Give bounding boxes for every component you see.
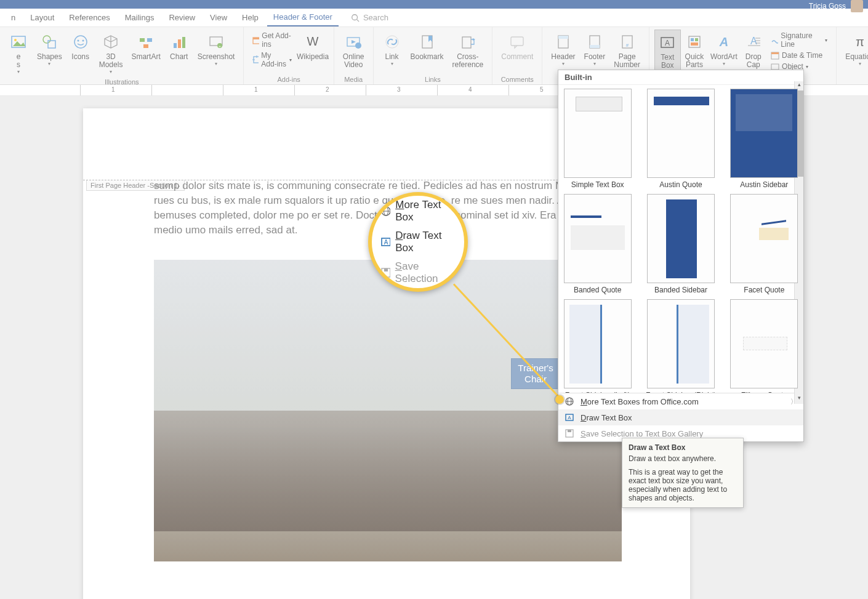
svg-point-0 bbox=[352, 14, 358, 20]
svg-text:A: A bbox=[665, 39, 670, 47]
svg-rect-38 bbox=[695, 38, 698, 41]
svg-rect-57 bbox=[568, 430, 571, 432]
magnifier-lens: More Text Box ADraw Text Box Save Select… bbox=[368, 192, 468, 292]
svg-rect-37 bbox=[691, 38, 694, 41]
svg-point-6 bbox=[74, 36, 87, 48]
cube-icon bbox=[101, 32, 121, 52]
svg-rect-13 bbox=[178, 39, 181, 48]
bookmark-icon bbox=[417, 32, 437, 52]
draw-textbox-icon: A bbox=[380, 236, 390, 247]
chart-button[interactable]: Chart bbox=[166, 30, 193, 77]
gallery-filigree-quote[interactable]: Filigree Quote bbox=[729, 299, 800, 393]
avatar[interactable] bbox=[851, 0, 863, 12]
svg-rect-39 bbox=[691, 42, 698, 46]
svg-text:A: A bbox=[719, 35, 728, 49]
calendar-icon bbox=[771, 51, 779, 60]
crossref-button[interactable]: Cross-reference bbox=[449, 30, 488, 74]
shapes-button[interactable]: Shapes▾ bbox=[33, 30, 66, 77]
tab-references[interactable]: References bbox=[63, 9, 116, 26]
svg-point-3 bbox=[14, 39, 17, 41]
shapes-icon bbox=[39, 32, 59, 52]
save-icon bbox=[565, 428, 574, 438]
tab-mailings[interactable]: Mailings bbox=[119, 9, 161, 26]
bookmark-button[interactable]: Bookmark bbox=[407, 30, 448, 74]
svg-text:#: # bbox=[625, 42, 629, 48]
gallery-facet-sidebar-left[interactable]: Facet Sidebar (Left) bbox=[562, 299, 633, 393]
svg-rect-12 bbox=[174, 43, 177, 48]
globe-icon bbox=[565, 396, 574, 406]
my-addins-button[interactable]: My Add-ins▾ bbox=[251, 50, 293, 69]
svg-rect-9 bbox=[140, 38, 145, 42]
svg-point-23 bbox=[355, 42, 361, 49]
textbox-gallery: Built-in ▴ ▾ Simple Text Box Austin Quot… bbox=[558, 70, 804, 442]
gallery-banded-sidebar[interactable]: Banded Sidebar bbox=[645, 194, 716, 294]
svg-text:π: π bbox=[856, 35, 864, 49]
gallery-body: Simple Text Box Austin Quote Austin Side… bbox=[558, 85, 803, 393]
document-image[interactable] bbox=[154, 260, 622, 561]
search-icon bbox=[351, 14, 360, 22]
tab-partial[interactable]: n bbox=[5, 9, 22, 26]
svg-text:A: A bbox=[384, 239, 388, 246]
textbox-icon: A bbox=[657, 33, 677, 52]
tab-review[interactable]: Review bbox=[163, 9, 201, 26]
comment-button[interactable]: Comment bbox=[497, 30, 537, 74]
models-button[interactable]: 3DModels▾ bbox=[95, 30, 127, 77]
screenshot-icon: + bbox=[206, 32, 226, 52]
icons-button[interactable]: Icons bbox=[67, 30, 94, 77]
gallery-facet-quote[interactable]: Facet Quote bbox=[729, 194, 800, 294]
dropcap-icon: A bbox=[744, 32, 763, 52]
tab-view[interactable]: View bbox=[204, 9, 233, 26]
magnifier: More Text Box ADraw Text Box Save Select… bbox=[368, 192, 468, 292]
gallery-simple-text-box[interactable]: Simple Text Box bbox=[562, 89, 633, 189]
signature-button[interactable]: Signature Line▾ bbox=[770, 31, 829, 49]
scrollbar-down[interactable]: ▾ bbox=[795, 395, 803, 404]
pictures-button-partial[interactable]: es▾ bbox=[5, 30, 32, 77]
svg-point-7 bbox=[77, 40, 79, 42]
group-label-links: Links bbox=[425, 74, 441, 84]
tab-layout[interactable]: Layout bbox=[24, 9, 60, 26]
draw-textbox-button[interactable]: A Draw Text Box bbox=[558, 409, 803, 425]
more-textboxes-button[interactable]: More Text Boxes from Office.com 〉 bbox=[558, 393, 803, 409]
group-illustrations: es▾ Shapes▾ Icons 3DModels▾ SmartArt Cha… bbox=[0, 27, 244, 84]
gallery-banded-quote[interactable]: Banded Quote bbox=[562, 194, 633, 294]
equation-button[interactable]: πEquation▾ bbox=[842, 30, 868, 74]
signature-icon bbox=[771, 36, 778, 44]
gallery-austin-sidebar[interactable]: Austin Sidebar bbox=[729, 89, 800, 189]
online-video-button[interactable]: OnlineVideo bbox=[339, 30, 368, 74]
search-box[interactable]: Search bbox=[351, 13, 388, 22]
svg-rect-47 bbox=[771, 52, 779, 54]
draw-textbox-icon: A bbox=[565, 412, 574, 422]
datetime-button[interactable]: Date & Time bbox=[770, 50, 829, 60]
svg-point-4 bbox=[43, 36, 50, 43]
mag-more: More Text Box bbox=[372, 196, 464, 227]
tab-help[interactable]: Help bbox=[236, 9, 265, 26]
gallery-austin-quote[interactable]: Austin Quote bbox=[645, 89, 716, 189]
svg-point-8 bbox=[82, 40, 84, 42]
tooltip-desc: Draw a text box anywhere. bbox=[629, 454, 737, 463]
gallery-footer: More Text Boxes from Office.com 〉 A Draw… bbox=[558, 393, 803, 441]
group-comments: Comment Comments bbox=[492, 27, 542, 84]
gallery-header: Built-in bbox=[558, 70, 803, 85]
svg-rect-64 bbox=[384, 268, 388, 271]
smartart-button[interactable]: SmartArt bbox=[127, 30, 164, 77]
icons-icon bbox=[71, 32, 90, 52]
get-addins-button[interactable]: Get Add-ins bbox=[251, 31, 293, 49]
gallery-facet-sidebar-right[interactable]: Facet Sidebar (Right) bbox=[645, 299, 716, 393]
video-icon bbox=[344, 32, 363, 52]
tooltip: Draw a Text Box Draw a text box anywhere… bbox=[622, 438, 744, 508]
header-icon bbox=[553, 32, 573, 52]
screenshot-button[interactable]: +Screenshot▾ bbox=[194, 30, 239, 77]
tooltip-title: Draw a Text Box bbox=[629, 443, 737, 452]
wikipedia-button[interactable]: WWikipedia bbox=[297, 30, 329, 74]
svg-rect-36 bbox=[689, 36, 700, 47]
svg-rect-48 bbox=[771, 64, 779, 70]
group-label-media: Media bbox=[344, 74, 363, 84]
link-button[interactable]: Link▾ bbox=[379, 30, 406, 74]
tab-header-footer[interactable]: Header & Footer bbox=[267, 9, 339, 26]
comment-icon bbox=[507, 32, 527, 52]
group-links: Link▾ Bookmark Cross-reference Links bbox=[374, 27, 493, 84]
globe-icon bbox=[380, 206, 390, 217]
svg-rect-19 bbox=[253, 38, 259, 39]
group-symbols: πEquation▾ ΩSymbol▾ Symbols bbox=[837, 27, 868, 84]
svg-text:A: A bbox=[568, 415, 571, 420]
